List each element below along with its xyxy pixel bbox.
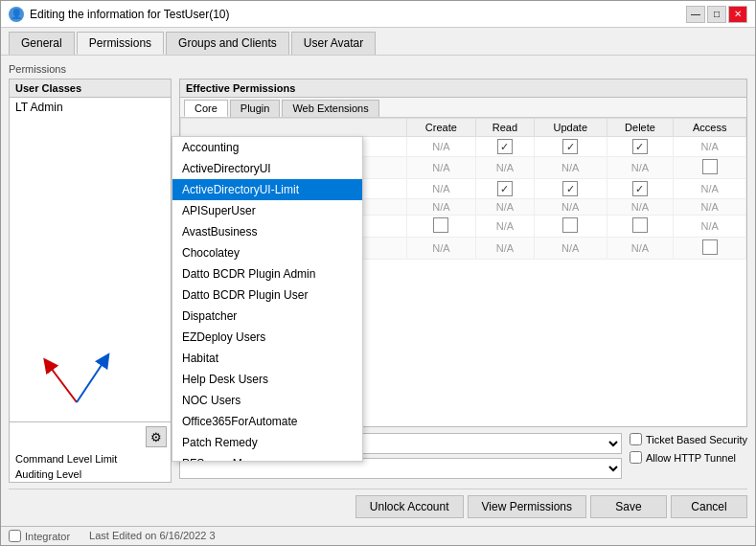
cancel-button[interactable]: Cancel (671, 495, 747, 518)
user-classes-panel: User Classes LT Admin (9, 79, 172, 483)
user-classes-list: LT Admin (10, 98, 171, 345)
col-access: Access (674, 119, 746, 137)
tab-permissions[interactable]: Permissions (77, 32, 164, 55)
dropdown-item-avastbusiness[interactable]: AvastBusiness (172, 221, 362, 242)
panel-footer: ⚙ (10, 421, 171, 451)
http-tunnel-row: Allow HTTP Tunnel (630, 451, 747, 464)
dropdown-item-datto-user[interactable]: Datto BCDR Plugin User (172, 284, 362, 306)
bottom-buttons: Unlock Account View Permissions Save Can… (9, 489, 747, 518)
dropdown-menu: Accounting ActiveDirectoryUI ActiveDirec… (172, 136, 363, 462)
user-classes-header: User Classes (10, 80, 171, 98)
dropdown-item-pfsense[interactable]: PFSense Manager (172, 453, 362, 462)
ep-tab-core[interactable]: Core (184, 100, 228, 117)
col-name (181, 119, 407, 137)
permissions-label: Permissions (9, 63, 747, 75)
command-level-label: Command Level Limit (10, 451, 171, 466)
col-delete: Delete (607, 119, 674, 137)
dropdown-item-apisuperuser[interactable]: APISuperUser (172, 200, 362, 221)
ep-tab-plugin[interactable]: Plugin (230, 100, 281, 117)
view-permissions-button[interactable]: View Permissions (468, 495, 586, 518)
window-title: Editing the information for TestUser(10) (30, 8, 230, 21)
http-tunnel-label: Allow HTTP Tunnel (646, 452, 736, 464)
dropdown-item-accounting[interactable]: Accounting (172, 137, 362, 158)
main-panel: User Classes LT Admin (9, 79, 747, 483)
integrator-label: Integrator (25, 531, 70, 542)
dropdown-item-dispatcher[interactable]: Dispatcher (172, 306, 362, 327)
ep-tab-web-extensions[interactable]: Web Extensions (282, 100, 378, 117)
dropdown-item-helpdesk[interactable]: Help Desk Users (172, 369, 362, 390)
tab-user-avatar[interactable]: User Avatar (291, 32, 376, 55)
unlock-account-button[interactable]: Unlock Account (355, 495, 464, 518)
title-controls: — □ ✕ (686, 6, 747, 23)
title-bar: 👤 Editing the information for TestUser(1… (1, 1, 755, 28)
auditing-level-label: Auditing Level (10, 466, 171, 482)
tab-bar: General Permissions Groups and Clients U… (1, 28, 755, 56)
svg-line-0 (48, 364, 77, 402)
footer-bar: Integrator Last Edited on 6/16/2022 3 (1, 526, 755, 545)
tab-general[interactable]: General (9, 32, 75, 55)
dropdown-item-office365[interactable]: Office365ForAutomate (172, 411, 362, 432)
col-update: Update (535, 119, 607, 137)
title-bar-left: 👤 Editing the information for TestUser(1… (9, 7, 230, 22)
save-button[interactable]: Save (590, 495, 667, 518)
user-class-lt-admin[interactable]: LT Admin (10, 98, 171, 117)
minimize-button[interactable]: — (686, 6, 705, 23)
ep-tabs: Core Plugin Web Extensions (180, 98, 746, 118)
maximize-button[interactable]: □ (707, 6, 726, 23)
dropdown-item-patch-remedy[interactable]: Patch Remedy (172, 432, 362, 453)
http-tunnel-checkbox[interactable] (630, 451, 642, 464)
dropdown-item-chocolatey[interactable]: Chocolatey (172, 242, 362, 263)
ticket-based-checkbox[interactable] (630, 433, 642, 445)
content-area: Permissions User Classes LT Admin (1, 56, 755, 526)
ticket-based-row: Ticket Based Security (630, 433, 747, 445)
dropdown-item-habitat[interactable]: Habitat (172, 348, 362, 369)
dropdown-item-noc[interactable]: NOC Users (172, 390, 362, 411)
tab-groups-clients[interactable]: Groups and Clients (166, 32, 289, 55)
integrator-row: Integrator (9, 530, 70, 542)
dropdown-item-datto-admin[interactable]: Datto BCDR Plugin Admin (172, 263, 362, 284)
dropdown-item-ezdeploy[interactable]: EZDeploy Users (172, 327, 362, 348)
last-edited-label: Last Edited on 6/16/2022 3 (89, 530, 216, 542)
bottom-right: Ticket Based Security Allow HTTP Tunnel (630, 433, 747, 483)
dropdown-item-activedirectoryui-limit[interactable]: ActiveDirectoryUI-Limit (172, 179, 362, 200)
svg-line-1 (77, 359, 105, 402)
dropdown-item-activedirectoryui[interactable]: ActiveDirectoryUI (172, 158, 362, 179)
ep-header: Effective Permissions (180, 80, 746, 98)
ticket-based-label: Ticket Based Security (646, 434, 747, 445)
gear-button[interactable]: ⚙ (146, 426, 167, 447)
integrator-checkbox[interactable] (9, 530, 21, 542)
close-button[interactable]: ✕ (728, 6, 747, 23)
app-icon: 👤 (9, 7, 24, 22)
main-window: 👤 Editing the information for TestUser(1… (0, 0, 756, 546)
col-read: Read (475, 119, 534, 137)
col-create: Create (407, 119, 476, 137)
